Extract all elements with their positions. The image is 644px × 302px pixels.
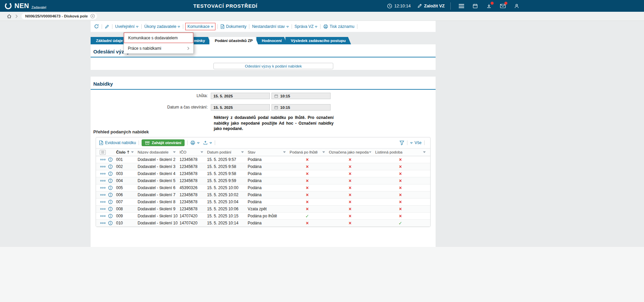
create-vz-button[interactable]: Založit VZ (417, 3, 445, 8)
column-filter-icon[interactable] (369, 151, 371, 153)
filter-button[interactable] (399, 140, 404, 145)
header-cislo[interactable]: Číslo (114, 148, 136, 156)
opening-date-field[interactable]: 15. 5. 2025 (211, 104, 270, 111)
nen-logo[interactable]: NEN Zadavatel (4, 0, 46, 12)
row-number: 006 (114, 192, 136, 197)
row-actions-icon[interactable] (100, 173, 106, 175)
table-row[interactable]: 001 Dodavatel - školení 2 12345678 15. 5… (96, 156, 430, 163)
row-actions-icon[interactable] (100, 208, 106, 210)
toolbar-item-dokumenty[interactable]: Dokumenty (220, 24, 246, 29)
view-all-filter[interactable]: Vše (410, 140, 422, 145)
row-actions-icon[interactable] (100, 166, 106, 168)
messages-button[interactable] (499, 3, 506, 9)
export-button[interactable] (203, 140, 212, 145)
toolbar-item-nestandardni-stav[interactable]: Nestandardní stav (252, 24, 289, 29)
column-filter-icon[interactable] (200, 151, 203, 153)
header-listinna-podoba[interactable]: Listinná podoba (373, 148, 428, 156)
edit-record-button[interactable] (105, 24, 109, 29)
info-icon[interactable] (108, 207, 113, 211)
table-row[interactable]: 005 Dodavatel - školení 6 45390326 15. 5… (96, 184, 430, 191)
send-invitation-button[interactable]: Odeslání výzvy k podání nabídek (213, 63, 333, 69)
row-paper: × (373, 164, 428, 169)
downloads-button[interactable] (486, 3, 492, 9)
row-actions-icon[interactable] (100, 159, 106, 161)
header-datum-podani[interactable]: Datum podání (205, 148, 246, 156)
column-filter-icon[interactable] (131, 151, 134, 153)
header-stav[interactable]: Stav (246, 148, 288, 156)
deadline-time-value: 10:15 (280, 94, 290, 98)
row-actions-icon[interactable] (100, 187, 106, 189)
toolbar-item-tisk-zaznamu[interactable]: Tisk záznamu (323, 24, 354, 29)
row-actions-icon[interactable] (100, 194, 106, 196)
row-state: Podána (246, 157, 288, 162)
info-icon[interactable] (108, 164, 113, 169)
menu-button[interactable] (458, 3, 465, 9)
profile-button[interactable] (513, 3, 520, 9)
breadcrumb-item[interactable]: N006/25/V00004673 - Disková pole (21, 13, 97, 19)
toolbar-item-ukony-zadavatele[interactable]: Úkony zadavatele (144, 24, 180, 29)
column-filter-icon[interactable] (241, 151, 244, 153)
info-icon[interactable] (108, 185, 113, 190)
toolbar-item-sprava-vz[interactable]: Správa VZ (295, 24, 318, 29)
header-oznacena-jako-nepodana[interactable]: Označena jako nepodaná (327, 148, 373, 156)
row-actions-icon[interactable] (100, 215, 106, 217)
row-late: × (288, 207, 327, 211)
home-icon[interactable] (7, 14, 12, 19)
table-row[interactable]: 010 Dodavatel - školení 10 14707420 15. … (96, 220, 430, 227)
column-filter-icon[interactable] (173, 151, 176, 153)
info-icon[interactable] (108, 214, 113, 218)
column-filter-icon[interactable] (423, 151, 426, 153)
row-date: 15. 5. 2025 9:59 (205, 178, 246, 183)
tab-vysledek-zadavaciho-postupu[interactable]: Výsledek zadávacího postupu (285, 37, 351, 44)
info-icon[interactable] (108, 192, 113, 197)
info-icon[interactable] (108, 171, 113, 176)
notification-badge (504, 2, 507, 5)
toolbar-item-uverejneni[interactable]: Uveřejnění (115, 24, 139, 29)
print-table-button[interactable] (190, 140, 200, 145)
register-offer-button[interactable]: Evidovat nabídku (99, 140, 136, 145)
start-opening-label: Zahájit otevírání (152, 141, 181, 145)
header-label: Datum podání (207, 150, 231, 154)
tab-podani-ucastniku-zp[interactable]: Podání účastníků ZP (209, 37, 258, 44)
calendar-button[interactable] (472, 3, 479, 9)
filter-funnel-icon (399, 140, 404, 145)
opening-time-field[interactable]: 10:15 (271, 104, 331, 111)
table-row[interactable]: 004 Dodavatel - školení 5 12345678 15. 5… (96, 177, 430, 184)
table-row[interactable]: 006 Dodavatel - školení 7 12345678 15. 5… (96, 191, 430, 199)
row-actions-icon[interactable] (100, 222, 106, 224)
header-ico[interactable]: IČO (178, 148, 205, 156)
refresh-button[interactable] (94, 24, 99, 29)
table-row[interactable]: 002 Dodavatel - školení 3 12345678 15. 5… (96, 163, 430, 170)
table-row[interactable]: 009 Dodavatel - školení 10 14707420 15. … (96, 213, 430, 220)
info-icon[interactable] (108, 178, 113, 183)
table-row[interactable]: 007 Dodavatel - školení 8 12345678 15. 5… (96, 199, 430, 206)
printer-icon (190, 140, 195, 145)
toolbar-item-komunikace[interactable]: Komunikace (185, 23, 215, 30)
row-supplier: Dodavatel - školení 7 (136, 192, 178, 197)
row-actions-icon[interactable] (100, 201, 106, 203)
toolbar-separator (407, 140, 407, 145)
row-date: 15. 5. 2025 10:14 (205, 221, 246, 225)
tab-zakladni-udaje[interactable]: Základní údaje (91, 37, 128, 44)
column-filter-icon[interactable] (322, 151, 325, 153)
menu-item-komunikace-s-dodavatelem[interactable]: Komunikace s dodavatelem (124, 33, 193, 43)
deadline-date-field[interactable]: 15. 5. 2025 (211, 93, 270, 99)
column-filter-icon[interactable] (283, 151, 286, 153)
header-podana-po-lhute[interactable]: Podaná po lhůtě (288, 148, 327, 156)
row-paper: × (373, 214, 428, 218)
late-offer-warning: Některý z dodavatelů podal nabídku po lh… (214, 115, 334, 132)
refresh-icon (94, 24, 99, 29)
header-nazev-dodavatele[interactable]: Název dodavatele (136, 148, 178, 156)
tab-hodnoceni[interactable]: Hodnocení (256, 37, 287, 44)
start-opening-button[interactable]: Zahájit otevírání (142, 139, 185, 146)
row-actions-icon[interactable] (100, 180, 106, 182)
deadline-time-field[interactable]: 10:15 (271, 93, 331, 99)
table-row[interactable]: 003 Dodavatel - školení 4 12345678 15. 5… (96, 170, 430, 177)
info-icon[interactable] (108, 157, 113, 162)
column-settings-icon[interactable] (100, 150, 106, 155)
menu-item-prace-s-nabidkami[interactable]: Práce s nabídkami (124, 43, 193, 53)
info-icon[interactable] (108, 221, 113, 225)
close-circle-icon[interactable] (90, 14, 95, 18)
table-row[interactable]: 008 Dodavatel - školení 9 12345678 15. 5… (96, 206, 430, 213)
info-icon[interactable] (108, 200, 113, 204)
